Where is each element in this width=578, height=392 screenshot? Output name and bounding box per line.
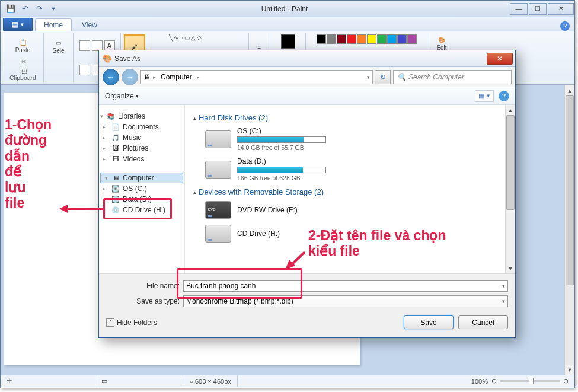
content-pane: ▴Hard Disk Drives (2) OS (C:) 14.0 GB fr…: [185, 105, 515, 273]
filetype-select[interactable]: Monochrome Bitmap (*.bmp;*.dib)▾: [183, 295, 508, 307]
ribbon-tabbar: ▤▾ Home View ?: [1, 17, 574, 31]
filename-label: File name:: [106, 282, 183, 290]
shape-rect[interactable]: ▭: [184, 34, 190, 41]
zoom-slider[interactable]: [500, 380, 560, 382]
nav-drive-d[interactable]: ▸💽Data (D:): [100, 194, 183, 205]
dialog-close-button[interactable]: ✕: [487, 53, 513, 65]
color-swatch[interactable]: [337, 34, 346, 44]
dialog-title: Save As: [114, 55, 140, 63]
help-icon[interactable]: ?: [560, 21, 570, 31]
color-swatch[interactable]: [347, 34, 356, 44]
status-pos: ✛: [1, 375, 95, 387]
nav-drive-c[interactable]: ▸💽OS (C:): [100, 183, 183, 194]
paste-label: Paste: [15, 47, 31, 53]
qat-dropdown-icon[interactable]: ▼: [47, 2, 60, 15]
section-removable: ▴Devices with Removable Storage (2): [193, 187, 508, 196]
scroll-up-icon[interactable]: ▲: [506, 105, 515, 115]
drive-dvd[interactable]: DVD DVD RW Drive (F:): [205, 201, 508, 219]
nav-music[interactable]: ▸🎵Music: [100, 132, 183, 143]
close-button[interactable]: ✕: [548, 3, 574, 15]
save-as-dialog: 🎨 Save As ✕ ← → 🖥 ▸ Computer ▸ ▾ ↻ 🔍 Sea…: [98, 50, 516, 338]
drive-c-name: OS (C:): [237, 127, 326, 135]
color-swatch[interactable]: [397, 34, 407, 44]
copy-icon[interactable]: ⿻: [21, 67, 27, 74]
section-hdd: ▴Hard Disk Drives (2): [193, 113, 508, 122]
organize-menu[interactable]: Organize ▾: [105, 92, 139, 100]
refresh-button[interactable]: ↻: [375, 70, 391, 84]
drive-c-free: 14.0 GB free of 55.7 GB: [237, 144, 326, 151]
dialog-help-icon[interactable]: ?: [499, 91, 509, 101]
cancel-button[interactable]: Cancel: [458, 315, 508, 329]
nav-pictures[interactable]: ▸🖼Pictures: [100, 143, 183, 154]
dvd-icon: DVD: [205, 201, 231, 219]
view-options-button[interactable]: ▦ ▾: [475, 90, 494, 102]
select-button[interactable]: ▭Sele: [48, 34, 69, 59]
color-swatch[interactable]: [387, 34, 397, 44]
paste-button[interactable]: 📋Paste: [12, 34, 34, 58]
maximize-button[interactable]: ☐: [529, 3, 547, 15]
drive-dvd-name: DVD RW Drive (F:): [237, 206, 298, 214]
color-swatch[interactable]: [377, 34, 387, 44]
filetype-label: Save as type:: [106, 297, 183, 305]
color-swatch[interactable]: [317, 34, 326, 44]
color-swatch[interactable]: [407, 34, 417, 44]
color-swatch[interactable]: [327, 34, 336, 44]
nav-computer[interactable]: ▾🖥Computer: [100, 173, 183, 183]
drive-d[interactable]: Data (D:) 166 GB free of 628 GB: [205, 157, 508, 181]
shape-curve[interactable]: ∿: [174, 34, 178, 41]
statusbar: ✛ ▭ ▫ 603 × 460px 100% ⊖ ⊕: [1, 375, 574, 387]
nav-drive-h[interactable]: ▸💿CD Drive (H:): [100, 205, 183, 215]
zoom-in-button[interactable]: ⊕: [563, 377, 569, 385]
breadcrumb-computer[interactable]: Computer: [158, 73, 194, 81]
navigation-pane: ▾📚Libraries ▸📄Documents ▸🎵Music ▸🖼Pictur…: [99, 105, 185, 273]
paint-titlebar: 💾 ↶ ↷ ▼ Untitled - Paint — ☐ ✕: [1, 1, 574, 17]
shape-tri[interactable]: △: [191, 34, 196, 41]
nav-back-button[interactable]: ←: [103, 69, 119, 85]
shape-oval[interactable]: ○: [180, 34, 183, 41]
drive-c[interactable]: OS (C:) 14.0 GB free of 55.7 GB: [205, 127, 508, 151]
zoom-value: 100%: [471, 378, 488, 385]
cd-icon: [205, 225, 231, 243]
scroll-thumb[interactable]: [566, 95, 574, 285]
search-input[interactable]: 🔍 Search Computer: [393, 70, 512, 84]
zoom-out-button[interactable]: ⊖: [491, 377, 497, 385]
nav-libraries[interactable]: ▾📚Libraries: [100, 111, 183, 122]
undo-icon[interactable]: ↶: [18, 2, 31, 15]
scroll-thumb[interactable]: [506, 115, 515, 210]
drive-cd-name: CD Drive (H:): [237, 230, 280, 238]
address-bar[interactable]: 🖥 ▸ Computer ▸ ▾: [140, 70, 373, 84]
shape-line[interactable]: ╲: [169, 34, 173, 41]
nav-videos[interactable]: ▸🎞Videos: [100, 154, 183, 164]
paint-icon: 🎨: [103, 54, 112, 63]
filename-input[interactable]: Buc tranh phong canh▾: [183, 280, 508, 292]
tab-view[interactable]: View: [73, 18, 106, 31]
scroll-down-icon[interactable]: ▼: [506, 263, 515, 273]
vertical-scrollbar[interactable]: ▲ ▼: [564, 85, 574, 375]
computer-icon: 🖥: [143, 73, 151, 81]
scroll-up-icon[interactable]: ▲: [565, 85, 574, 95]
shape-poly[interactable]: ◇: [197, 34, 202, 41]
save-button[interactable]: Save: [404, 315, 454, 329]
color-swatch[interactable]: [367, 34, 376, 44]
tab-home[interactable]: Home: [35, 18, 72, 31]
color1[interactable]: [281, 34, 295, 49]
color-swatch[interactable]: [357, 34, 366, 44]
tool-eraser[interactable]: [79, 65, 90, 75]
status-sel: ▭: [95, 375, 184, 387]
nav-documents[interactable]: ▸📄Documents: [100, 122, 183, 132]
search-icon: 🔍: [397, 73, 406, 81]
scroll-down-icon[interactable]: ▼: [565, 365, 574, 375]
tool-pencil[interactable]: [79, 40, 90, 51]
search-placeholder: Search Computer: [408, 73, 464, 81]
group-clipboard: Clipboard: [9, 74, 36, 81]
drive-cd[interactable]: CD Drive (H:): [205, 225, 508, 243]
hide-folders-button[interactable]: ˄Hide Folders: [106, 318, 157, 327]
cut-icon[interactable]: ✂: [21, 58, 27, 66]
minimize-button[interactable]: —: [510, 3, 528, 15]
redo-icon[interactable]: ↷: [33, 2, 46, 15]
content-scrollbar[interactable]: ▲ ▼: [505, 105, 515, 273]
drive-d-name: Data (D:): [237, 157, 326, 165]
save-icon[interactable]: 💾: [4, 2, 17, 15]
file-menu-button[interactable]: ▤▾: [3, 18, 33, 31]
nav-forward-button[interactable]: →: [122, 69, 138, 85]
